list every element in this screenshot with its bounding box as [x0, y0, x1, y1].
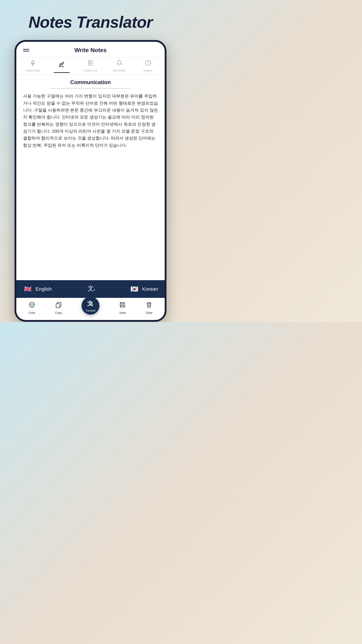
- swap-language-button[interactable]: 文A: [87, 284, 95, 294]
- color-icon: [28, 302, 35, 310]
- svg-rect-19: [121, 302, 123, 304]
- trash-icon: [146, 302, 152, 310]
- svg-rect-0: [32, 60, 34, 64]
- header-title: Write Notes: [74, 47, 107, 54]
- tab-reminder-label: Reminder: [113, 69, 126, 72]
- tab-history-label: History: [143, 69, 152, 72]
- copy-label: Copy: [55, 311, 62, 314]
- phone-frame: Write Notes Voice Note: [14, 40, 166, 322]
- tab-history[interactable]: History: [138, 60, 158, 74]
- source-language-name: English: [35, 286, 52, 292]
- svg-point-11: [30, 304, 31, 305]
- translate-fab[interactable]: 文 A Translate: [81, 297, 99, 314]
- source-language-selector[interactable]: 🇬🇧 English: [23, 284, 52, 294]
- phone-header: Write Notes: [16, 42, 165, 58]
- write-note-icon: [58, 62, 65, 69]
- translate-fab-button[interactable]: 文 A Translate: [81, 301, 99, 314]
- color-button[interactable]: Color: [28, 302, 35, 314]
- history-icon: [145, 60, 151, 68]
- tab-voice-note[interactable]: Voice Note: [23, 60, 43, 74]
- tab-check-list[interactable]: Check List: [80, 60, 100, 74]
- language-bar: 🇬🇧 English 文A 🇰🇷 Korean: [16, 280, 165, 298]
- translate-fab-label: Translate: [85, 309, 95, 312]
- target-flag: 🇰🇷: [130, 284, 139, 294]
- color-label: Color: [28, 311, 35, 314]
- svg-text:文A: 文A: [88, 285, 95, 292]
- svg-rect-18: [121, 306, 124, 307]
- svg-text:A: A: [90, 302, 93, 306]
- save-label: Save: [119, 311, 126, 314]
- clear-button[interactable]: Clear: [146, 302, 153, 314]
- voice-note-icon: [30, 60, 36, 68]
- svg-point-13: [31, 305, 33, 306]
- svg-rect-15: [56, 304, 60, 308]
- page-title: Notes Translator: [28, 14, 153, 31]
- tab-reminder[interactable]: Reminder: [109, 60, 129, 74]
- copy-button[interactable]: Copy: [55, 302, 62, 314]
- target-language-selector[interactable]: 🇰🇷 Korean: [130, 284, 158, 294]
- hamburger-menu-button[interactable]: [23, 49, 29, 52]
- reminder-icon: [116, 60, 122, 68]
- svg-point-12: [32, 304, 34, 305]
- action-bar: Color Copy 文 A Translate: [16, 298, 165, 320]
- title-divider: [50, 88, 131, 88]
- tab-write-note[interactable]: [52, 62, 72, 73]
- save-icon: [119, 302, 126, 310]
- note-content[interactable]: 사용 가능한 구절에는 여러 가지 변형이 있지만 대부분은 유머를 주입하거나…: [23, 92, 158, 149]
- tab-voice-note-label: Voice Note: [26, 69, 40, 72]
- source-flag: 🇬🇧: [23, 284, 32, 294]
- content-area: Communication 사용 가능한 구절에는 여러 가지 변형이 있지만 …: [16, 75, 165, 280]
- save-button[interactable]: Save: [119, 302, 126, 314]
- clear-label: Clear: [146, 311, 153, 314]
- tab-check-list-label: Check List: [84, 69, 97, 72]
- target-language-name: Korean: [142, 286, 158, 292]
- check-list-icon: [87, 60, 94, 68]
- tab-bar: Voice Note: [16, 58, 165, 75]
- note-title: Communication: [23, 79, 158, 86]
- copy-icon: [55, 302, 62, 310]
- translate-fab-icon: 文 A: [87, 300, 94, 309]
